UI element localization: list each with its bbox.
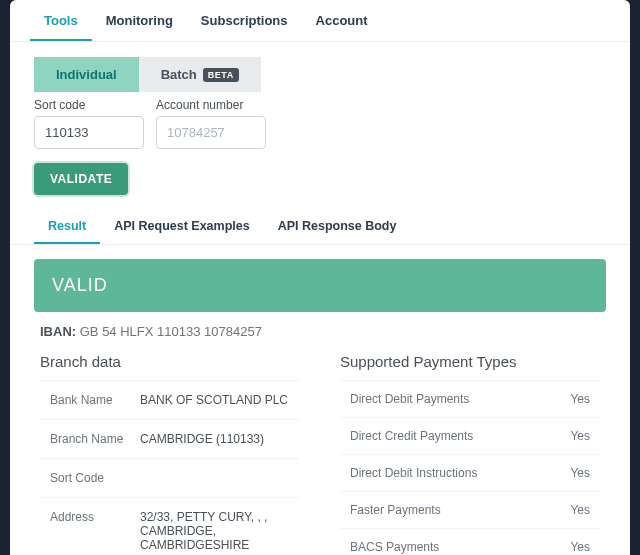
branch-name-label: Branch Name [50,432,140,446]
form-row: Sort code Account number [10,92,630,149]
sort-code-row-label: Sort Code [50,471,140,485]
bank-name-value: BANK OF SCOTLAND PLC [140,393,290,407]
payment-label: Direct Debit Instructions [350,466,477,480]
branch-row-branch-name: Branch Name CAMBRIDGE (110133) [40,419,300,458]
validate-button[interactable]: VALIDATE [34,163,128,195]
sort-code-input[interactable] [34,116,144,149]
main-tabs: Tools Monitoring Subscriptions Account [10,0,630,42]
branch-data-title: Branch data [40,353,300,380]
payment-row: Direct Debit Instructions Yes [340,454,600,491]
mode-batch-label: Batch [161,67,197,82]
address-label: Address [50,510,140,552]
payment-row: Direct Debit Payments Yes [340,380,600,417]
iban-line: IBAN: GB 54 HLFX 110133 10784257 [10,324,630,353]
result-tabs: Result API Request Examples API Response… [10,209,630,245]
payment-value: Yes [570,466,590,480]
payment-row: Direct Credit Payments Yes [340,417,600,454]
payment-row: BACS Payments Yes [340,528,600,555]
payment-types-title: Supported Payment Types [340,353,600,380]
iban-label: IBAN: [40,324,76,339]
payment-value: Yes [570,392,590,406]
payment-types-section: Supported Payment Types Direct Debit Pay… [340,353,600,555]
branch-row-bank-name: Bank Name BANK OF SCOTLAND PLC [40,380,300,419]
payment-label: Faster Payments [350,503,441,517]
sort-code-label: Sort code [34,98,144,112]
beta-badge: BETA [203,68,239,82]
payment-value: Yes [570,540,590,554]
payment-label: Direct Debit Payments [350,392,469,406]
tab-account[interactable]: Account [302,0,382,41]
account-number-label: Account number [156,98,266,112]
branch-name-value: CAMBRIDGE (110133) [140,432,290,446]
branch-row-address: Address 32/33, PETTY CURY, , , CAMBRIDGE… [40,497,300,555]
sort-code-row-value [140,471,290,485]
mode-individual[interactable]: Individual [34,57,139,92]
account-number-input[interactable] [156,116,266,149]
tab-subscriptions[interactable]: Subscriptions [187,0,302,41]
address-value: 32/33, PETTY CURY, , , CAMBRIDGE, CAMBRI… [140,510,290,552]
payment-row: Faster Payments Yes [340,491,600,528]
result-tab-request[interactable]: API Request Examples [100,209,263,244]
bank-name-label: Bank Name [50,393,140,407]
mode-tabs: Individual Batch BETA [34,57,606,92]
payment-value: Yes [570,429,590,443]
mode-batch[interactable]: Batch BETA [139,57,261,92]
payment-label: BACS Payments [350,540,439,554]
tab-tools[interactable]: Tools [30,0,92,41]
iban-value: GB 54 HLFX 110133 10784257 [80,324,262,339]
valid-banner: VALID [34,259,606,312]
result-tab-result[interactable]: Result [34,209,100,244]
branch-data-section: Branch data Bank Name BANK OF SCOTLAND P… [40,353,300,555]
payment-value: Yes [570,503,590,517]
branch-row-sort-code: Sort Code [40,458,300,497]
payment-label: Direct Credit Payments [350,429,473,443]
tab-monitoring[interactable]: Monitoring [92,0,187,41]
result-tab-response[interactable]: API Response Body [264,209,411,244]
